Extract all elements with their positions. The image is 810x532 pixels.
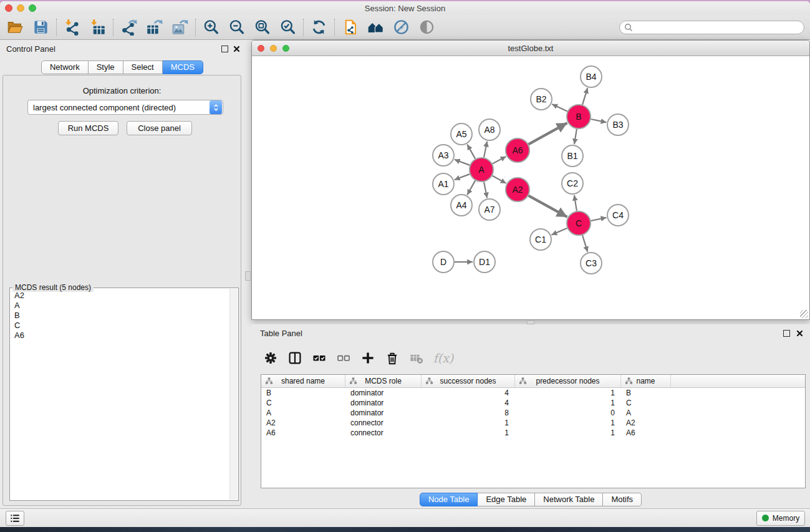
graph-node[interactable]: D1 xyxy=(474,251,495,273)
graph-edge[interactable] xyxy=(455,160,470,165)
run-mcds-button[interactable]: Run MCDS xyxy=(58,121,118,135)
graph-node[interactable]: B3 xyxy=(607,114,629,135)
create-column-button[interactable] xyxy=(360,350,376,366)
show-column-panel-button[interactable] xyxy=(287,350,303,366)
graph-edge[interactable] xyxy=(582,88,587,105)
table-tab-motifs[interactable]: Motifs xyxy=(603,493,642,506)
result-scrollbar[interactable] xyxy=(229,289,238,500)
deselect-all-rows-button[interactable] xyxy=(335,350,352,366)
float-panel-icon[interactable] xyxy=(221,46,228,52)
graph-edge[interactable] xyxy=(529,123,567,144)
vertical-splitter-handle[interactable] xyxy=(245,271,251,281)
hide-selected-button[interactable] xyxy=(388,17,414,38)
graph-edge[interactable] xyxy=(591,218,607,221)
network-window-titlebar[interactable]: testGlobe.txt xyxy=(252,41,809,56)
column-header-shared-name[interactable]: shared name xyxy=(261,375,345,387)
graph-node[interactable]: A5 xyxy=(451,123,472,145)
zoom-in-button[interactable] xyxy=(198,17,224,38)
import-table-file-button[interactable] xyxy=(85,17,110,38)
graph-node[interactable]: C2 xyxy=(562,173,583,194)
export-image-button[interactable] xyxy=(167,17,193,38)
export-table-button[interactable] xyxy=(142,17,167,38)
tab-mcds[interactable]: MCDS xyxy=(163,60,203,74)
graph-edge[interactable] xyxy=(582,235,587,252)
graph-edge[interactable] xyxy=(529,196,567,217)
zoom-out-button[interactable] xyxy=(224,17,249,38)
new-network-from-selection-button[interactable] xyxy=(337,17,363,38)
minimize-window-button[interactable] xyxy=(17,4,24,12)
table-row[interactable]: A6connector11A6 xyxy=(261,428,805,438)
network-graph[interactable]: B4B2BB3A5A8A6A3B1AA1C2A2A4A7C4CC1DD1C3 xyxy=(252,56,809,319)
network-list-button[interactable] xyxy=(6,511,24,526)
graph-node[interactable]: A6 xyxy=(506,138,529,162)
graph-node[interactable]: B2 xyxy=(531,89,552,110)
close-window-button[interactable] xyxy=(5,4,12,12)
select-all-rows-button[interactable] xyxy=(311,350,327,366)
window-resize-grip[interactable] xyxy=(800,310,808,318)
delete-columns-button[interactable] xyxy=(384,350,400,366)
graph-node[interactable]: B xyxy=(567,105,591,128)
column-header-name[interactable]: name xyxy=(621,375,671,387)
graph-edge[interactable] xyxy=(467,180,475,195)
graph-node[interactable]: C xyxy=(567,211,591,235)
table-row[interactable]: A2connector11A2 xyxy=(261,418,805,428)
graph-node[interactable]: C3 xyxy=(581,253,602,274)
graph-edge[interactable] xyxy=(574,195,577,211)
table-mode-gear-button[interactable] xyxy=(263,350,279,366)
graph-edge[interactable] xyxy=(455,174,470,180)
network-minimize-button[interactable] xyxy=(270,45,277,52)
graph-edge[interactable] xyxy=(493,157,506,164)
graph-edge[interactable] xyxy=(493,176,506,183)
close-panel-button[interactable]: Close panel xyxy=(127,121,192,135)
graph-node[interactable]: A1 xyxy=(433,173,454,195)
table-close-panel-icon[interactable] xyxy=(796,329,804,337)
graph-node[interactable]: D xyxy=(433,251,454,273)
graph-node[interactable]: A2 xyxy=(506,178,529,201)
graph-edge[interactable] xyxy=(467,145,475,159)
graph-edge[interactable] xyxy=(552,228,567,235)
table-row[interactable]: Adominator80A xyxy=(261,408,805,418)
tab-select[interactable]: Select xyxy=(123,60,163,74)
search-field[interactable] xyxy=(619,21,804,34)
column-header-predecessor-nodes[interactable]: predecessor nodes xyxy=(515,375,621,387)
network-close-button[interactable] xyxy=(258,45,264,52)
graph-node[interactable]: A xyxy=(470,158,493,181)
export-network-button[interactable] xyxy=(116,17,142,38)
mcds-result-item[interactable]: B xyxy=(10,311,229,321)
close-panel-icon[interactable] xyxy=(233,45,241,53)
mcds-result-item[interactable]: C xyxy=(10,321,229,331)
graph-node[interactable]: A4 xyxy=(451,195,472,216)
memory-button[interactable]: Memory xyxy=(756,511,805,526)
table-tab-edge-table[interactable]: Edge Table xyxy=(478,493,535,506)
graph-node[interactable]: A8 xyxy=(479,119,500,140)
graph-edge[interactable] xyxy=(484,142,487,158)
graph-edge[interactable] xyxy=(574,129,577,144)
graph-node[interactable]: C4 xyxy=(607,205,629,226)
zoom-fit-content-button[interactable] xyxy=(249,17,275,38)
graph-edge[interactable] xyxy=(552,104,567,112)
show-graphics-details-button[interactable] xyxy=(414,17,440,38)
tab-style[interactable]: Style xyxy=(89,60,123,74)
graph-edge[interactable] xyxy=(591,119,607,122)
column-header-successor-nodes[interactable]: successor nodes xyxy=(422,375,515,387)
graph-node[interactable]: A7 xyxy=(479,199,500,220)
graph-edge[interactable] xyxy=(484,182,487,198)
graph-node[interactable]: A3 xyxy=(433,145,454,166)
graph-node[interactable]: B4 xyxy=(581,66,602,87)
tab-network[interactable]: Network xyxy=(41,60,89,74)
graph-node[interactable]: C1 xyxy=(530,229,551,250)
first-neighbors-button[interactable] xyxy=(363,17,388,38)
mcds-result-item[interactable]: A2 xyxy=(10,291,229,301)
import-network-file-button[interactable] xyxy=(59,17,85,38)
criterion-dropdown[interactable]: largest connected component (directed) xyxy=(27,100,223,115)
mcds-result-item[interactable]: A6 xyxy=(10,331,229,341)
apply-preferred-layout-button[interactable] xyxy=(306,17,332,38)
graph-node[interactable]: B1 xyxy=(562,145,583,167)
search-input[interactable] xyxy=(633,22,804,33)
network-maximize-button[interactable] xyxy=(282,45,289,52)
open-file-button[interactable] xyxy=(2,17,28,38)
maximize-window-button[interactable] xyxy=(29,4,36,12)
table-row[interactable]: Bdominator41B xyxy=(261,388,805,398)
table-tab-node-table[interactable]: Node Table xyxy=(420,493,478,506)
table-float-panel-icon[interactable] xyxy=(783,330,790,337)
